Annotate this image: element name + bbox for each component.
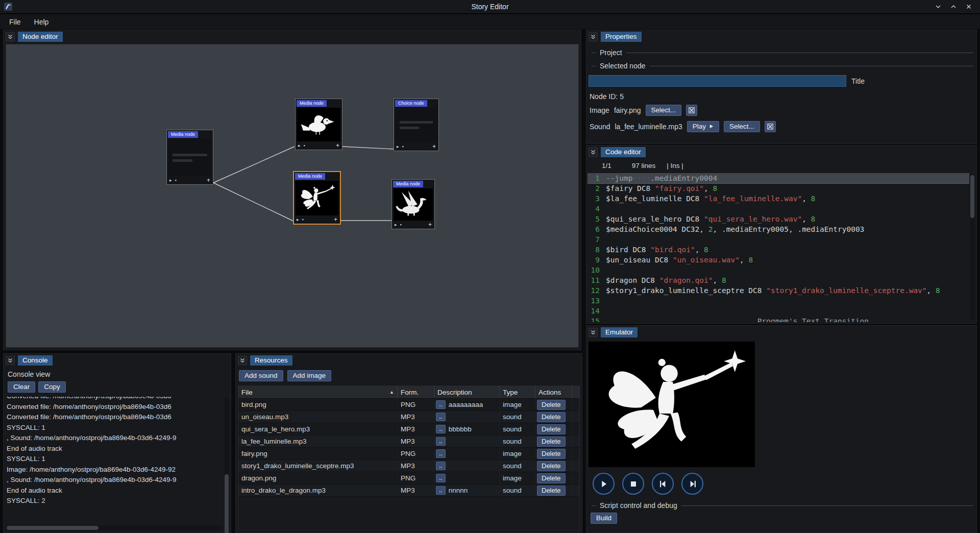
column-header-file[interactable]: File▲ — [238, 386, 398, 398]
node-stop-icon[interactable]: ▪ — [400, 222, 402, 227]
window-minimize-button[interactable] — [932, 2, 944, 12]
node-add-button[interactable]: + — [207, 177, 210, 184]
node-play-icon[interactable]: ▸ — [297, 217, 299, 222]
scrollbar-thumb[interactable] — [970, 175, 974, 218]
delete-button[interactable]: Delete — [537, 461, 566, 471]
media-node-start[interactable]: Media node▸▪+ — [166, 130, 213, 185]
description-edit-button[interactable]: .. — [436, 413, 446, 421]
media-node-dragon[interactable]: Media node▸▪+ — [391, 179, 435, 229]
code-vertical-scrollbar[interactable] — [970, 174, 975, 320]
table-row[interactable]: bird.pngPNG..aaaaaaaaaimageDelete — [238, 399, 579, 411]
code-line[interactable]: 6$mediaChoice0004 DC32, 2, .mediaEntry00… — [587, 224, 969, 234]
code-line[interactable]: 10 — [587, 265, 969, 275]
code-line[interactable]: 2$fairy DC8 "fairy.qoi", 8 — [587, 183, 969, 193]
node-add-button[interactable]: + — [336, 142, 339, 149]
table-row[interactable]: qui_sera_le_hero.mp3MP3..bbbbbbsoundDele… — [238, 423, 579, 435]
column-header-type[interactable]: Type — [500, 386, 535, 398]
delete-button[interactable]: Delete — [537, 424, 566, 434]
image-clear-button[interactable] — [686, 105, 697, 116]
node-graph-canvas[interactable]: Media node▸▪+Media node▸▪+Choice node▸▪+… — [6, 44, 579, 348]
code-line[interactable]: 4 — [587, 204, 969, 214]
node-play-icon[interactable]: ▸ — [169, 178, 172, 183]
node-stop-icon[interactable]: ▪ — [175, 178, 177, 183]
table-row[interactable]: story1_drako_luminelle_sceptre.mp3MP3..s… — [238, 460, 579, 472]
menu-help[interactable]: Help — [28, 16, 55, 28]
description-edit-button[interactable]: .. — [436, 474, 446, 482]
code-line[interactable]: 3$la_fee_luminelle DC8 "la_fee_luminelle… — [587, 193, 969, 204]
window-close-button[interactable] — [963, 2, 975, 12]
clear-button[interactable]: Clear — [8, 381, 35, 393]
collapse-icon[interactable] — [6, 356, 15, 365]
description-edit-button[interactable]: .. — [436, 449, 446, 458]
column-header-actions[interactable]: Actions — [535, 386, 572, 398]
media-node-fairy[interactable]: Media node▸▪+ — [293, 172, 340, 224]
delete-button[interactable]: Delete — [537, 412, 566, 422]
step-forward-button[interactable] — [681, 473, 703, 495]
window-maximize-button[interactable] — [947, 2, 960, 12]
node-add-button[interactable]: + — [334, 216, 337, 223]
collapse-icon[interactable] — [589, 328, 598, 337]
node-play-icon[interactable]: ▸ — [298, 143, 301, 148]
menu-file[interactable]: File — [3, 16, 27, 28]
console-log[interactable]: Converted file: /home/anthony/ostproj/ba… — [7, 397, 222, 523]
delete-button[interactable]: Delete — [537, 400, 566, 410]
node-play-icon[interactable]: ▸ — [397, 144, 399, 149]
scrollbar-thumb[interactable] — [7, 526, 99, 530]
choice-node[interactable]: Choice node▸▪+ — [394, 99, 439, 151]
code-line[interactable]: 7 — [587, 234, 969, 245]
add-sound-button[interactable]: Add sound — [239, 370, 283, 381]
image-field-row: Image fairy.png Select... — [590, 105, 697, 116]
code-line[interactable]: 12$story1_drako_luminelle_sceptre DC8 "s… — [587, 285, 969, 296]
collapse-icon[interactable] — [238, 356, 247, 365]
sound-select-button[interactable]: Select... — [724, 121, 760, 132]
code-line[interactable]: 11$dragon DC8 "dragon.qoi", 8 — [587, 275, 969, 285]
console-horizontal-scrollbar[interactable] — [6, 525, 222, 530]
code-line[interactable]: 14 — [587, 306, 969, 316]
code-line[interactable]: 9$un_oiseau DC8 "un_oiseau.wav", 8 — [587, 255, 969, 265]
step-back-button[interactable] — [652, 473, 674, 495]
image-select-button[interactable]: Select... — [646, 105, 682, 116]
delete-button[interactable]: Delete — [537, 449, 566, 459]
node-stop-icon[interactable]: ▪ — [402, 144, 404, 149]
console-vertical-scrollbar[interactable] — [224, 398, 229, 523]
copy-button[interactable]: Copy — [38, 381, 66, 393]
table-row[interactable]: la_fee_luminelle.mp3MP3..soundDelete — [238, 435, 579, 448]
description-edit-button[interactable]: .. — [436, 462, 446, 470]
code-text-area[interactable]: 1--jump····.mediaEntry00042$fairy DC8 "f… — [587, 173, 969, 322]
node-play-icon[interactable]: ▸ — [395, 222, 397, 227]
column-header-description[interactable]: Description — [434, 386, 500, 398]
code-line[interactable]: 13 — [587, 296, 969, 306]
node-add-button[interactable]: + — [432, 143, 436, 150]
node-add-button[interactable]: + — [428, 221, 432, 228]
table-row[interactable]: un_oiseau.mp3MP3..soundDelete — [238, 411, 579, 423]
code-line[interactable]: 15 Progmem's Text Transition — [587, 316, 969, 322]
node-stop-icon[interactable]: ▪ — [304, 143, 305, 148]
node-stop-icon[interactable]: ▪ — [302, 217, 304, 222]
collapse-icon[interactable] — [6, 32, 15, 41]
add-image-button[interactable]: Add image — [287, 370, 332, 381]
column-header-form[interactable]: Form. — [398, 386, 434, 398]
description-edit-button[interactable]: .. — [436, 486, 446, 495]
sound-play-button[interactable]: Play — [687, 121, 719, 132]
table-row[interactable]: dragon.pngPNG..imageDelete — [238, 472, 579, 484]
collapse-icon[interactable] — [589, 32, 598, 41]
table-row[interactable]: intro_drako_le_dragon.mp3MP3..nnnnnsound… — [238, 484, 579, 497]
scrollbar-thumb[interactable] — [225, 474, 229, 533]
title-input[interactable] — [589, 75, 846, 87]
collapse-icon[interactable] — [589, 148, 598, 157]
description-edit-button[interactable]: .. — [436, 425, 446, 433]
build-button[interactable]: Build — [591, 513, 617, 524]
code-line[interactable]: 8$bird DC8 "bird.qoi", 8 — [587, 245, 969, 255]
delete-button[interactable]: Delete — [537, 486, 566, 496]
stop-button[interactable] — [622, 473, 644, 495]
media-node-bird[interactable]: Media node▸▪+ — [295, 99, 342, 150]
table-row[interactable]: fairy.pngPNG..imageDelete — [238, 448, 579, 460]
description-edit-button[interactable]: .. — [436, 400, 446, 409]
code-line[interactable]: 1--jump····.mediaEntry0004 — [587, 173, 969, 183]
delete-button[interactable]: Delete — [537, 437, 566, 447]
code-line[interactable]: 5$qui_sera_le_hero DC8 "qui_sera_le_hero… — [587, 214, 969, 224]
play-button[interactable] — [593, 473, 615, 495]
description-edit-button[interactable]: .. — [436, 437, 446, 446]
sound-clear-button[interactable] — [765, 121, 776, 132]
delete-button[interactable]: Delete — [537, 473, 566, 483]
